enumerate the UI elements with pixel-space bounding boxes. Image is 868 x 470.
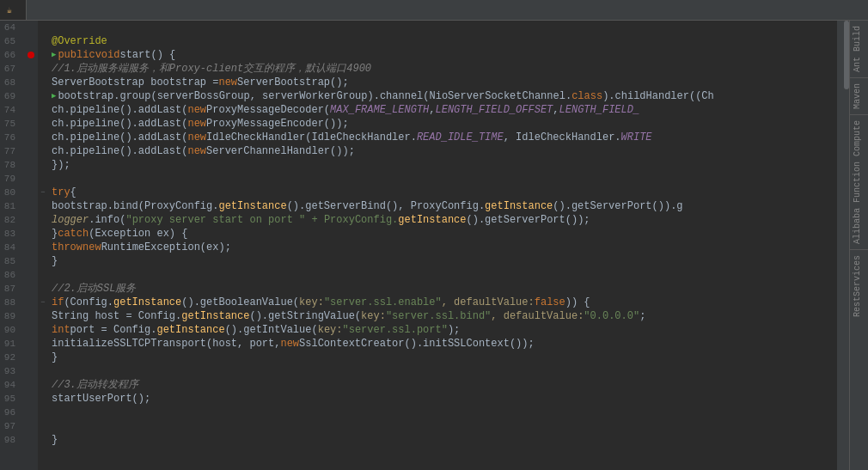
code-line: initializeSSLTCPTransport(host, port, ne… [52, 337, 837, 351]
breakpoint-line[interactable] [24, 378, 38, 392]
code-line: ch.pipeline().addLast(new ServerChannelH… [52, 144, 837, 158]
breakpoint-line[interactable] [24, 199, 38, 213]
code-line: ▶ public void start() { [52, 48, 837, 62]
fold-marker[interactable]: − [38, 296, 48, 309]
line-number: 95 [3, 392, 19, 406]
code-line [52, 21, 837, 34]
breakpoint-line[interactable] [24, 227, 38, 241]
token: key: [299, 296, 324, 309]
token: } [52, 433, 58, 447]
fold-marker [38, 378, 48, 392]
token: LENGTH_FIELD_ [559, 103, 640, 117]
token: getInstance [485, 199, 553, 213]
code-line: ch.pipeline().addLast(new ProxyMessageDe… [52, 103, 837, 117]
line-number: 92 [3, 351, 19, 364]
breakpoint-line[interactable] [24, 419, 38, 433]
breakpoint-line[interactable] [24, 131, 38, 144]
breakpoint-line[interactable] [24, 103, 38, 117]
scrollbar-thumb[interactable] [844, 21, 849, 89]
token: getInstance [181, 309, 249, 323]
breakpoint-line[interactable] [24, 406, 38, 419]
token: (Config. [64, 296, 113, 309]
fold-marker [38, 433, 48, 447]
breakpoint-line[interactable] [24, 172, 38, 186]
breakpoint-line[interactable] [24, 337, 38, 351]
breakpoint-line[interactable] [24, 158, 38, 172]
breakpoint-line[interactable] [24, 392, 38, 406]
breakpoint-line[interactable] [24, 433, 38, 447]
token: ch.pipeline().addLast( [52, 103, 187, 117]
fold-marker [38, 144, 48, 158]
code-line: //3.启动转发程序 [52, 378, 837, 392]
breakpoint-line[interactable] [24, 48, 38, 62]
code-line: //1.启动服务端服务，和Proxy-client交互的程序，默认端口4900 [52, 62, 837, 76]
token: String host = Config. [52, 309, 181, 323]
breakpoint-line[interactable] [24, 241, 38, 254]
breakpoint-line[interactable] [24, 76, 38, 89]
fold-marker [38, 48, 48, 62]
breakpoint-line[interactable] [24, 364, 38, 378]
breakpoint-line[interactable] [24, 309, 38, 323]
breakpoint-line[interactable] [24, 268, 38, 282]
fold-marker [38, 406, 48, 419]
token: ().getBooleanValue( [181, 296, 299, 309]
breakpoint-line[interactable] [24, 62, 38, 76]
ant-build-panel[interactable]: Ant Build [850, 21, 868, 77]
line-number: 98 [3, 433, 19, 447]
breakpoint-line[interactable] [24, 213, 38, 227]
rest-services-panel[interactable]: RestServices [850, 250, 868, 322]
code-line: bootstrap.bind(ProxyConfig.getInstance()… [52, 199, 837, 213]
token: WRITE [621, 131, 652, 144]
line-number: 75 [3, 117, 19, 131]
token: "server.ssl.port" [343, 323, 448, 337]
token: false [535, 296, 565, 309]
line-number: 74 [3, 103, 19, 117]
fold-marker [38, 76, 48, 89]
code-line: }); [52, 158, 837, 172]
line-number: 77 [3, 144, 19, 158]
alibaba-panel[interactable]: Alibaba Function Compute [850, 115, 868, 249]
token: } [52, 227, 58, 241]
code-line: } [52, 254, 837, 268]
token: "proxy server start on port " + ProxyCon… [125, 213, 398, 227]
line-number: 64 [3, 21, 19, 34]
code-editor[interactable]: @Override▶ public void start() { //1.启动服… [48, 21, 837, 470]
token: if [52, 296, 64, 309]
tab-bar: ☕ [0, 0, 868, 21]
fold-marker[interactable]: − [38, 186, 48, 199]
token: //1.启动服务端服务，和 [52, 62, 169, 76]
line-number: 68 [3, 76, 19, 89]
breakpoint-line[interactable] [24, 296, 38, 309]
token: ServerBootstrap bootstrap = [52, 76, 218, 89]
token: , [553, 103, 559, 117]
breakpoint-line[interactable] [24, 34, 38, 48]
scrollbar-track[interactable] [837, 21, 849, 470]
line-number: 80 [3, 186, 19, 199]
token: @Override [52, 34, 107, 48]
breakpoint-line[interactable] [24, 323, 38, 337]
token: new [280, 337, 299, 351]
fold-marker [38, 254, 48, 268]
maven-panel[interactable]: Maven [850, 78, 868, 114]
breakpoint-line[interactable] [24, 117, 38, 131]
line-number: 91 [3, 337, 19, 351]
token: "server.ssl.enable" [324, 296, 442, 309]
breakpoint-line[interactable] [24, 282, 38, 296]
breakpoint-line[interactable] [24, 144, 38, 158]
breakpoint-line[interactable] [24, 254, 38, 268]
code-line: ch.pipeline().addLast(new IdleCheckHandl… [52, 131, 837, 144]
fold-marker [38, 213, 48, 227]
code-line: } [52, 351, 837, 364]
fold-marker [38, 351, 48, 364]
token: ch.pipeline().addLast( [52, 117, 187, 131]
line-number: 96 [3, 406, 19, 419]
tab-proxy-server[interactable]: ☕ [0, 0, 27, 20]
breakpoint-line[interactable] [24, 186, 38, 199]
breakpoint-line[interactable] [24, 21, 38, 34]
breakpoint-line[interactable] [24, 89, 38, 103]
file-icon: ☕ [7, 5, 12, 15]
token: initializeSSLTCPTransport(host, port, [52, 337, 280, 351]
breakpoint-line[interactable] [24, 351, 38, 364]
line-number: 81 [3, 199, 19, 213]
line-number: 86 [3, 268, 19, 282]
